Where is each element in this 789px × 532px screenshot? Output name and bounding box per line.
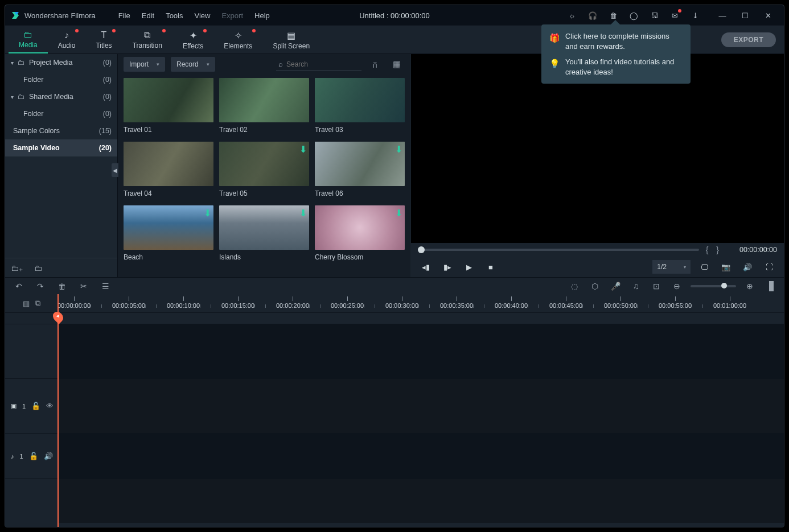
menu-view[interactable]: View <box>188 8 216 23</box>
menu-bar: File Edit Tools View Export Help <box>113 8 276 23</box>
new-folder-icon[interactable]: 🗀₊ <box>11 263 23 273</box>
headset-icon[interactable]: 🎧 <box>582 7 603 23</box>
lightbulb-icon[interactable]: ☼ <box>562 7 582 23</box>
zoom-slider[interactable] <box>691 285 736 287</box>
menu-file[interactable]: File <box>113 8 136 23</box>
clip-name: Beach <box>124 253 213 261</box>
search-field[interactable] <box>286 60 359 68</box>
zoom-knob[interactable] <box>721 283 727 288</box>
media-browser: Import ▾ Record ▾ ⌕ ⩃ ▦ Travel 01 Travel… <box>118 54 410 277</box>
tab-split-screen[interactable]: ▤ Split Screen <box>262 26 320 53</box>
tab-titles[interactable]: T Titles <box>85 26 122 53</box>
media-clip[interactable]: Travel 01 <box>124 78 213 134</box>
save-icon[interactable]: 🖫 <box>644 7 664 23</box>
mark-out-button[interactable]: } <box>715 245 720 254</box>
sidebar-item-project-media[interactable]: ▾ 🗀 Project Media (0) <box>5 54 117 71</box>
play-button[interactable]: ▶ <box>461 260 477 274</box>
record-dropdown[interactable]: Record ▾ <box>171 57 215 72</box>
tab-elements[interactable]: ✧ Elements <box>213 26 262 53</box>
window-maximize-button[interactable]: ☐ <box>734 7 757 23</box>
marker-icon[interactable]: ⬡ <box>588 279 602 293</box>
media-clip[interactable]: ⬇Cherry Blossom <box>315 205 405 261</box>
step-back-button[interactable]: ◂▮ <box>418 260 434 274</box>
menu-tools[interactable]: Tools <box>160 8 188 23</box>
mute-icon[interactable]: 🔊 <box>44 452 53 460</box>
ruler-tick: 00:00:15:00 <box>221 296 254 309</box>
tab-split-screen-label: Split Screen <box>273 42 310 50</box>
delete-button[interactable]: 🗑 <box>55 279 69 293</box>
filter-icon[interactable]: ⩃ <box>367 57 383 72</box>
visibility-icon[interactable]: 👁 <box>46 402 54 410</box>
sidebar-item-folder-2[interactable]: Folder (0) <box>5 105 117 122</box>
volume-icon[interactable]: 🔊 <box>739 260 755 274</box>
render-icon[interactable]: ◌ <box>568 279 581 293</box>
zoom-fit-button[interactable] <box>763 279 777 293</box>
split-button[interactable]: ✂ <box>77 279 91 293</box>
manage-tracks-icon[interactable]: ▥ <box>23 299 30 308</box>
link-icon[interactable]: ⧉ <box>35 299 40 308</box>
video-track[interactable] <box>57 379 784 433</box>
mark-in-button[interactable]: { <box>705 245 710 254</box>
import-dropdown[interactable]: Import ▾ <box>124 57 165 72</box>
open-folder-icon[interactable]: 🗀 <box>34 263 42 273</box>
sidebar-item-folder[interactable]: Folder (0) <box>5 71 117 88</box>
undo-button[interactable]: ↶ <box>12 279 26 293</box>
chevron-down-icon: ▾ <box>157 61 159 67</box>
timeline-ruler[interactable]: 00:00:00:0000:00:05:0000:00:10:0000:00:1… <box>57 294 784 312</box>
tab-transition[interactable]: ⧉ Transition <box>122 26 172 53</box>
chevron-down-icon: ▾ <box>684 265 686 270</box>
sidebar-item-sample-colors[interactable]: Sample Colors (15) <box>5 122 117 139</box>
media-clip[interactable]: Travel 02 <box>219 78 309 134</box>
playhead[interactable] <box>57 294 59 527</box>
seek-knob[interactable] <box>418 246 425 253</box>
window-minimize-button[interactable]: — <box>711 7 734 23</box>
audio-mixer-icon[interactable]: ♫ <box>629 279 643 293</box>
zoom-in-button[interactable]: ⊕ <box>743 279 757 293</box>
crop-button[interactable]: ☰ <box>98 279 112 293</box>
grid-view-icon[interactable]: ▦ <box>389 57 405 72</box>
fullscreen-icon[interactable]: ⛶ <box>761 260 777 274</box>
ruler-tick: 00:00:30:00 <box>385 296 418 309</box>
sidebar-item-count: (15) <box>99 127 112 135</box>
lock-icon[interactable]: 🔓 <box>29 452 38 460</box>
sidebar-item-shared-media[interactable]: ▾ 🗀 Shared Media (0) <box>5 88 117 105</box>
keyframe-icon[interactable]: ⊡ <box>650 279 663 293</box>
search-input[interactable]: ⌕ <box>276 57 361 71</box>
lock-icon[interactable]: 🔓 <box>31 402 40 410</box>
message-icon[interactable]: ✉ <box>664 7 685 23</box>
window-close-button[interactable]: ✕ <box>757 7 779 23</box>
redo-button[interactable]: ↷ <box>34 279 47 293</box>
stop-button[interactable]: ■ <box>483 260 499 274</box>
tab-media[interactable]: 🗀 Media <box>9 26 48 53</box>
menu-help[interactable]: Help <box>249 8 276 23</box>
step-forward-button[interactable]: ▮▸ <box>439 260 455 274</box>
media-clip[interactable]: ⬇Beach <box>124 205 213 261</box>
seek-bar[interactable] <box>418 249 699 251</box>
menu-edit[interactable]: Edit <box>136 8 160 23</box>
tab-audio[interactable]: ♪ Audio <box>48 26 86 53</box>
display-icon[interactable]: 🖵 <box>696 260 712 274</box>
sidebar-item-sample-video[interactable]: Sample Video (20) <box>5 139 117 156</box>
zoom-out-button[interactable]: ⊖ <box>670 279 684 293</box>
media-clip[interactable]: ⬇Travel 06 <box>315 142 405 197</box>
voiceover-icon[interactable]: 🎤 <box>609 279 622 293</box>
sidebar-item-label: Folder <box>23 76 43 84</box>
sidebar-item-count: (0) <box>103 59 112 67</box>
tab-effects[interactable]: ✦ Effects <box>172 26 213 53</box>
tab-effects-label: Effects <box>183 42 203 50</box>
media-clip[interactable]: Travel 04 <box>124 142 213 197</box>
audio-track[interactable] <box>57 434 784 479</box>
account-icon[interactable]: ◯ <box>623 7 644 23</box>
document-title: Untitled : 00:00:00:00 <box>359 11 430 20</box>
download-icon[interactable]: ⤓ <box>685 7 705 23</box>
media-clip[interactable]: Travel 03 <box>315 78 405 134</box>
snapshot-icon[interactable]: 📷 <box>718 260 734 274</box>
export-button[interactable]: EXPORT <box>721 32 776 47</box>
collapse-sidebar-button[interactable]: ◀ <box>112 163 118 177</box>
gift-icon: 🎁 <box>549 32 560 51</box>
media-clip[interactable]: ⬇Islands <box>219 205 309 261</box>
media-clip[interactable]: ⬇Travel 05 <box>219 142 309 197</box>
folder-icon: 🗀 <box>18 93 27 101</box>
preview-panel: { } 00:00:00:00 ◂▮ ▮▸ ▶ ■ 1/2▾ 🖵 📷 🔊 ⛶ <box>410 54 784 277</box>
quality-dropdown[interactable]: 1/2▾ <box>652 260 691 274</box>
